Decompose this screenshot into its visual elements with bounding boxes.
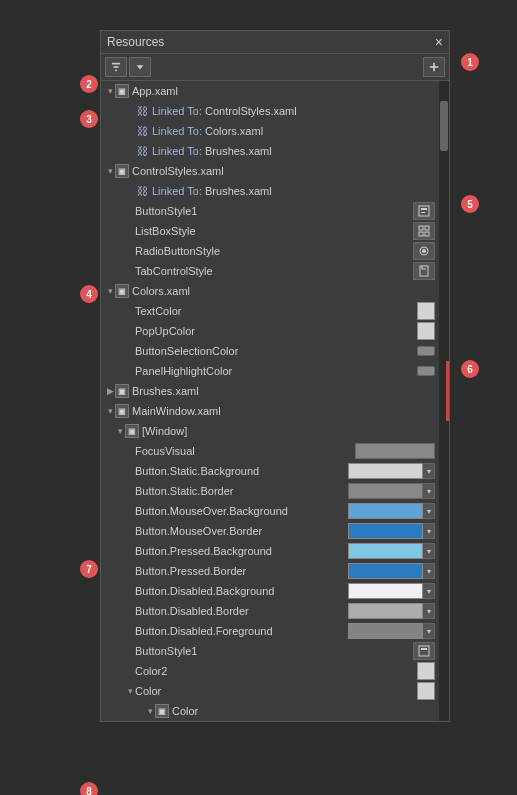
tree-item-color2[interactable]: Color2 [101,661,439,681]
scrollbar-thumb[interactable] [440,101,448,151]
buttonstyle1-action[interactable] [413,202,435,220]
tree-item-textcolor[interactable]: TextColor [101,301,439,321]
svg-rect-10 [425,226,429,230]
tree-item-btn-pressed-bg[interactable]: Button.Pressed.Background ▾ [101,541,439,561]
tree-item-mainwindow[interactable]: ▾ ▣ MainWindow.xaml [101,401,439,421]
svg-rect-12 [425,232,429,236]
buttonselcolor-swatch[interactable] [417,346,435,356]
btn-static-border-swatch[interactable] [348,483,423,499]
tree-item-color[interactable]: ▾ Color [101,681,439,701]
expand-arrow[interactable]: ▾ [105,286,115,296]
svg-rect-9 [419,226,423,230]
focusvisual-swatch[interactable] [355,443,435,459]
btn-mouseover-border-swatch[interactable] [348,523,423,539]
grid-icon [418,225,430,237]
color-swatch[interactable] [417,682,435,700]
svg-rect-11 [419,232,423,236]
tree-item-linked-brushes2[interactable]: ⛓ Linked To: Brushes.xaml [101,181,439,201]
scrollbar-track[interactable] [439,81,449,721]
svg-rect-17 [421,648,427,650]
tree-item-radiobuttonstyle[interactable]: RadioButtonStyle [101,241,439,261]
tree-item-btn-static-border[interactable]: Button.Static.Border ▾ [101,481,439,501]
btn-static-bg-swatch[interactable] [348,463,423,479]
expand-arrow[interactable]: ▾ [105,86,115,96]
annotation-3: 3 [80,110,98,128]
btn-disabled-border-swatch[interactable] [348,603,423,619]
tree-item-btn-static-bg[interactable]: Button.Static.Background ▾ [101,461,439,481]
tree-item-app-xaml[interactable]: ▾ ▣ App.xaml [101,81,439,101]
tree-item-listboxstyle[interactable]: ListBoxStyle [101,221,439,241]
textcolor-swatch[interactable] [417,302,435,320]
tree-item-focusvisual[interactable]: FocusVisual [101,441,439,461]
annotation-7: 7 [80,560,98,578]
tree-item-btn-disabled-bg[interactable]: Button.Disabled.Background ▾ [101,581,439,601]
btn-mouseover-border-arrow[interactable]: ▾ [423,523,435,539]
tree-item-buttonstyle1b[interactable]: ButtonStyle1 [101,641,439,661]
tree-item-btn-disabled-border[interactable]: Button.Disabled.Border ▾ [101,601,439,621]
tree-item-tabcontrolstyle[interactable]: TabControlStyle [101,261,439,281]
add-icon [429,61,439,73]
tabcontrolstyle-action[interactable] [413,262,435,280]
tree-item-popupcolor[interactable]: PopUpColor [101,321,439,341]
btn-disabled-border-arrow[interactable]: ▾ [423,603,435,619]
sort-icon [135,61,145,73]
style-icon [418,645,430,657]
btn-mouseover-bg-swatch[interactable] [348,503,423,519]
color2-swatch[interactable] [417,662,435,680]
btn-disabled-fg-swatch[interactable] [348,623,423,639]
tree-item-buttonselcolor[interactable]: ButtonSelectionColor [101,341,439,361]
tree-item-linked-colors[interactable]: ⛓ Linked To: Colors.xaml [101,121,439,141]
window-icon: ▣ [125,424,139,438]
buttonstyle1b-label: ButtonStyle1 [135,645,409,657]
tree-item-btn-pressed-border[interactable]: Button.Pressed.Border ▾ [101,561,439,581]
radiobuttonstyle-action[interactable] [413,242,435,260]
btn-disabled-bg-arrow[interactable]: ▾ [423,583,435,599]
annotation-8: 8 [80,782,98,795]
expand-arrow[interactable]: ▾ [105,166,115,176]
btn-pressed-bg-arrow[interactable]: ▾ [423,543,435,559]
panelhighlight-swatch[interactable] [417,366,435,376]
sort-button[interactable] [129,57,151,77]
brushes-xaml-label: Brushes.xaml [132,385,435,397]
btn-pressed-bg-swatch[interactable] [348,543,423,559]
color-label: Color [135,685,413,697]
close-button[interactable]: × [435,35,443,49]
btn-static-bg-arrow[interactable]: ▾ [423,463,435,479]
svg-marker-3 [137,65,144,69]
tree-item-window[interactable]: ▾ ▣ [Window] [101,421,439,441]
btn-disabled-bg-swatch[interactable] [348,583,423,599]
btn-static-border-arrow[interactable]: ▾ [423,483,435,499]
buttonstyle1b-action[interactable] [413,642,435,660]
popupcolor-swatch[interactable] [417,322,435,340]
expand-arrow[interactable]: ▾ [125,686,135,696]
tree-item-colors-xaml[interactable]: ▾ ▣ Colors.xaml [101,281,439,301]
linked-label: Linked To: Brushes.xaml [152,185,435,197]
tabcontrolstyle-label: TabControlStyle [135,265,409,277]
btn-disabled-fg-arrow[interactable]: ▾ [423,623,435,639]
expand-arrow[interactable]: ▶ [105,386,115,396]
tree-item-btn-mouseover-bg[interactable]: Button.MouseOver.Background ▾ [101,501,439,521]
btn-pressed-border-swatch[interactable] [348,563,423,579]
filter-button[interactable] [105,57,127,77]
linked-label: Linked To: Colors.xaml [152,125,435,137]
tree-item-brushes-xaml[interactable]: ▶ ▣ Brushes.xaml [101,381,439,401]
svg-rect-6 [419,206,429,216]
listboxstyle-action[interactable] [413,222,435,240]
add-resource-button[interactable] [423,57,445,77]
tree-item-btn-disabled-fg[interactable]: Button.Disabled.Foreground ▾ [101,621,439,641]
expand-arrow[interactable]: ▾ [115,426,125,436]
tree-item-control-styles[interactable]: ▾ ▣ ControlStyles.xaml [101,161,439,181]
tree-item-buttonstyle1[interactable]: ButtonStyle1 [101,201,439,221]
btn-disabled-border-label: Button.Disabled.Border [135,605,344,617]
btn-static-bg-label: Button.Static.Background [135,465,344,477]
tree-item-btn-mouseover-border[interactable]: Button.MouseOver.Border ▾ [101,521,439,541]
btn-pressed-border-arrow[interactable]: ▾ [423,563,435,579]
tree-item-color-child[interactable]: ▾ ▣ Color [101,701,439,721]
tree-item-panelhighlight[interactable]: PanelHighlightColor [101,361,439,381]
btn-mouseover-bg-arrow[interactable]: ▾ [423,503,435,519]
tree-item-linked-brushes[interactable]: ⛓ Linked To: Brushes.xaml [101,141,439,161]
listboxstyle-label: ListBoxStyle [135,225,409,237]
expand-arrow[interactable]: ▾ [105,406,115,416]
svg-rect-15 [420,266,428,276]
tree-item-linked-control[interactable]: ⛓ Linked To: ControlStyles.xaml [101,101,439,121]
